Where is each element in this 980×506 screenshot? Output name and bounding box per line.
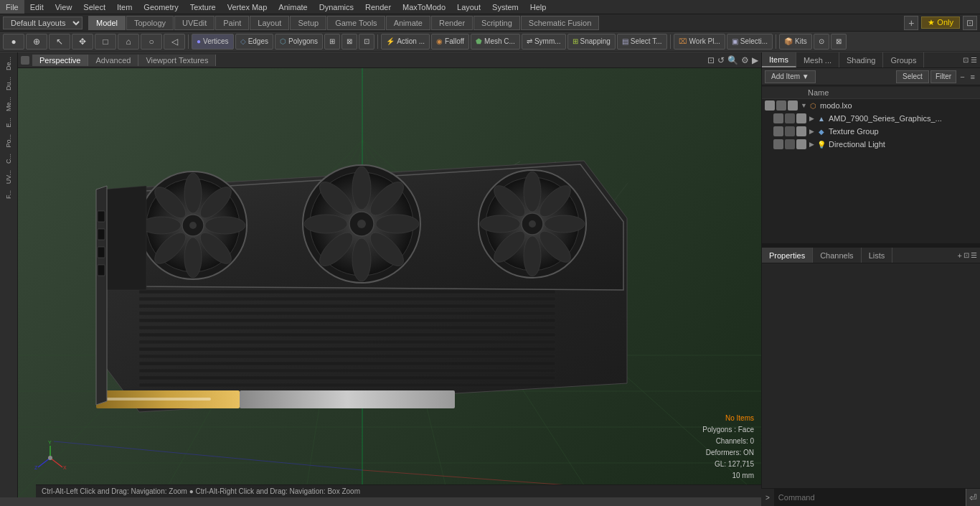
- tree-item-directional-light[interactable]: ▶ 💡 Directional Light: [762, 138, 980, 151]
- star-only-button[interactable]: ★ Only: [921, 17, 960, 29]
- add-item-button[interactable]: Add Item ▼: [765, 70, 816, 83]
- toolbar-falloff-btn[interactable]: ◉ Falloff: [431, 34, 469, 50]
- toolbar-polygons-btn[interactable]: ⬡ Polygons: [275, 34, 323, 50]
- menu-system[interactable]: System: [486, 0, 524, 14]
- panel-tab-groups[interactable]: Groups: [883, 52, 924, 67]
- maximize-button[interactable]: ⊡: [963, 16, 977, 30]
- menu-file[interactable]: File: [0, 0, 24, 14]
- menu-layout[interactable]: Layout: [451, 0, 486, 14]
- arrow-texture[interactable]: ▶: [809, 128, 816, 135]
- menu-edit[interactable]: Edit: [24, 0, 50, 14]
- menu-texture[interactable]: Texture: [184, 0, 222, 14]
- menu-help[interactable]: Help: [524, 0, 552, 14]
- toolbar-select-t-btn[interactable]: ▤ Select T...: [617, 34, 667, 50]
- viewport-tab-textures[interactable]: Viewport Textures: [138, 55, 216, 66]
- lock-dot-modo[interactable]: [776, 100, 786, 111]
- select-button[interactable]: Select: [896, 70, 929, 83]
- menu-geometry[interactable]: Geometry: [138, 0, 184, 14]
- sidebar-item-du[interactable]: Du...: [4, 74, 14, 93]
- tab-animate[interactable]: Animate: [386, 16, 430, 30]
- menu-animate[interactable]: Animate: [273, 0, 313, 14]
- menu-item[interactable]: Item: [111, 0, 138, 14]
- toolbar-symm-btn[interactable]: ⇌ Symm...: [522, 34, 566, 50]
- vis-dot-modo[interactable]: [765, 100, 775, 111]
- sidebar-item-po[interactable]: Po...: [4, 131, 14, 151]
- panel-tab-mesh[interactable]: Mesh ...: [796, 52, 839, 67]
- toolbar-loop-btn[interactable]: ⌂: [118, 34, 139, 50]
- toolbar-rect-btn[interactable]: □: [95, 34, 116, 50]
- tab-model[interactable]: Model: [88, 16, 126, 30]
- toolbar-expand-btn[interactable]: ⊠: [831, 34, 847, 50]
- eye-dot-amd[interactable]: [796, 113, 806, 123]
- panel-resize-icon[interactable]: ⊡: [963, 56, 969, 64]
- tab-uvedit[interactable]: UVEdit: [174, 16, 215, 30]
- viewport-refresh-icon[interactable]: ↺: [717, 55, 725, 65]
- toolbar-vertices-btn[interactable]: ● Vertices: [192, 34, 234, 50]
- toolbar-circle-btn[interactable]: ○: [141, 34, 162, 50]
- layout-select[interactable]: Default Layouts: [3, 17, 83, 29]
- tab-layout[interactable]: Layout: [250, 16, 289, 30]
- vis-dot-amd[interactable]: [773, 113, 783, 123]
- vis-dot-texture[interactable]: [773, 126, 783, 136]
- arrow-amd[interactable]: ▶: [809, 115, 816, 122]
- add-layout-button[interactable]: +: [904, 16, 918, 30]
- tab-scripting[interactable]: Scripting: [473, 16, 520, 30]
- prop-tab-lists[interactable]: Lists: [862, 248, 893, 263]
- toolbar-selection-btn[interactable]: ▣ Selecti...: [727, 34, 773, 50]
- toolbar-poly-btn[interactable]: ◁: [164, 34, 185, 50]
- lock-dot-texture[interactable]: [785, 126, 795, 136]
- vis-dot-light[interactable]: [773, 139, 783, 149]
- sidebar-item-c[interactable]: C...: [4, 151, 14, 167]
- panel-menu-icon[interactable]: ☰: [971, 56, 977, 64]
- viewport-search-icon[interactable]: 🔍: [727, 55, 738, 65]
- toolbar-mesh-c-btn[interactable]: ⬟ Mesh C...: [471, 34, 520, 50]
- sidebar-item-f[interactable]: F...: [4, 187, 14, 202]
- viewport-maximize-icon[interactable]: ⊡: [707, 55, 715, 65]
- tree-item-modo-lxo[interactable]: ▼ ⬡ modo.lxo: [762, 99, 980, 112]
- viewport-tab-advanced[interactable]: Advanced: [88, 55, 138, 66]
- toolbar-vr-btn[interactable]: ⊙: [814, 34, 829, 50]
- prop-tab-channels[interactable]: Channels: [813, 248, 861, 263]
- arrow-light[interactable]: ▶: [809, 141, 816, 148]
- toolbar-grid-btn[interactable]: ⊠: [341, 34, 357, 50]
- panel-tab-shading[interactable]: Shading: [839, 52, 883, 67]
- tree-item-amd[interactable]: ▶ ▲ AMD_7900_Series_Graphics_...: [762, 112, 980, 125]
- prop-plus-icon[interactable]: +: [958, 251, 962, 260]
- tab-game-tools[interactable]: Game Tools: [327, 16, 385, 30]
- menu-select[interactable]: Select: [77, 0, 111, 14]
- toolbar-dot-btn[interactable]: ●: [3, 34, 24, 50]
- toolbar-snapping-btn[interactable]: ⊞ Snapping: [567, 34, 616, 50]
- prop-tab-properties[interactable]: Properties: [762, 248, 813, 263]
- menu-maxtomodo[interactable]: MaxToModo: [397, 0, 451, 14]
- tab-setup[interactable]: Setup: [290, 16, 326, 30]
- viewport-gear-icon[interactable]: ▶: [752, 55, 758, 65]
- sidebar-item-e[interactable]: E...: [4, 115, 14, 131]
- lock-dot-light[interactable]: [785, 139, 795, 149]
- tree-item-texture[interactable]: ▶ ◆ Texture Group: [762, 125, 980, 138]
- tab-paint[interactable]: Paint: [215, 16, 249, 30]
- sidebar-item-uv[interactable]: UV...: [4, 167, 14, 187]
- menu-vertex-map[interactable]: Vertex Map: [222, 0, 273, 14]
- lock-dot-amd[interactable]: [785, 113, 795, 123]
- toolbar-mesh-btn[interactable]: ⊞: [324, 34, 340, 50]
- tab-topology[interactable]: Topology: [126, 16, 174, 30]
- panel-tab-items[interactable]: Items: [762, 52, 796, 67]
- menu-view[interactable]: View: [50, 0, 78, 14]
- viewport-tab-perspective[interactable]: Perspective: [32, 55, 88, 66]
- toolbar-transform-btn[interactable]: ✥: [72, 34, 93, 50]
- command-submit-button[interactable]: ⏎: [966, 489, 980, 506]
- viewport-settings-icon[interactable]: ⚙: [741, 55, 749, 65]
- sidebar-item-me[interactable]: Me...: [4, 94, 14, 114]
- arrow-modo[interactable]: ▼: [801, 102, 808, 109]
- toolbar-world-btn[interactable]: ⊕: [26, 34, 47, 50]
- toolbar-grid2-btn[interactable]: ⊡: [359, 34, 374, 50]
- filter-button[interactable]: Filter: [930, 70, 956, 83]
- tab-render[interactable]: Render: [431, 16, 473, 30]
- command-input[interactable]: [774, 489, 966, 506]
- viewport-dot[interactable]: [21, 56, 29, 65]
- items-minus-icon[interactable]: −: [958, 72, 966, 81]
- toolbar-action-btn[interactable]: ⚡ Action ...: [381, 34, 430, 50]
- viewport-canvas[interactable]: No Items Polygons : Face Channels: 0 Def…: [18, 68, 761, 497]
- menu-dynamics[interactable]: Dynamics: [314, 0, 359, 14]
- toolbar-edges-btn[interactable]: ◇ Edges: [235, 34, 273, 50]
